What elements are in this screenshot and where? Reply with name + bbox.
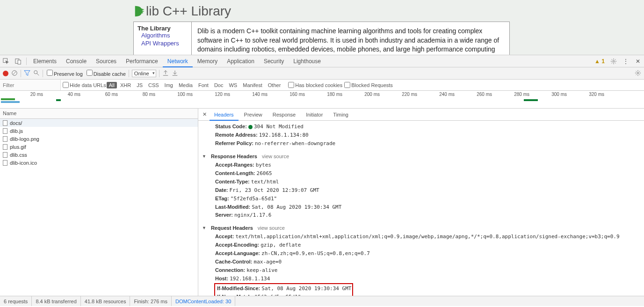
sidebar-header: The Library (137, 25, 188, 32)
details-tab-initiator[interactable]: Initiator (301, 109, 327, 121)
value: 26065 (257, 170, 272, 176)
close-details-icon[interactable]: ✕ (200, 111, 209, 117)
value: zh-CN,zh;q=0.9,en-US;q=0.8,en;q=0.7 (261, 250, 370, 256)
file-icon (3, 128, 7, 134)
settings-icon[interactable] (608, 56, 620, 67)
value: gzip, deflate (260, 242, 301, 248)
value: 304 Not Modified (254, 124, 304, 130)
label: Content-Length: (215, 170, 255, 176)
throttling-select[interactable]: Online (132, 70, 156, 77)
separator (26, 58, 27, 65)
section-title: Request Headers (211, 225, 253, 231)
filter-chip-all[interactable]: All (107, 82, 117, 88)
tab-security[interactable]: Security (259, 55, 289, 67)
filter-icon[interactable] (24, 70, 30, 77)
tab-sources[interactable]: Sources (91, 55, 121, 67)
filter-chip-img[interactable]: Img (162, 82, 175, 88)
separator (21, 70, 21, 77)
tab-memory[interactable]: Memory (193, 55, 222, 67)
tab-application[interactable]: Application (222, 55, 259, 67)
clear-icon[interactable] (11, 70, 18, 77)
label: Accept-Language: (215, 250, 260, 256)
request-row[interactable]: dlib-icon.ico (0, 159, 198, 167)
value: text/html,application/xhtml+xml,applicat… (235, 234, 619, 240)
label: Cache-Control: (215, 259, 252, 264)
tab-lighthouse[interactable]: Lighthouse (289, 55, 326, 67)
general-section: Status Code: 304 Not Modified Remote Add… (198, 121, 644, 150)
filter-chip-font[interactable]: Font (196, 82, 211, 88)
disable-cache-checkbox[interactable]: Disable cache (86, 70, 126, 77)
status-finish: Finish: 276 ms (130, 296, 172, 307)
filter-chip-doc[interactable]: Doc (212, 82, 226, 88)
filter-input[interactable] (0, 80, 61, 90)
search-icon[interactable] (33, 70, 40, 77)
label: Last-Modified: (215, 204, 250, 210)
network-timeline[interactable]: 20 ms 40 ms 60 ms 80 ms 100 ms 120 ms 14… (0, 91, 644, 109)
tab-network[interactable]: Network (163, 55, 193, 67)
details-tabbar: ✕ Headers Preview Response Initiator Tim… (198, 109, 644, 121)
network-filterbar: Hide data URLs All XHR JS CSS Img Media … (0, 80, 644, 91)
value: Fri, 23 Oct 2020 12:39:07 GMT (230, 187, 319, 193)
value: nginx/1.17.6 (234, 212, 271, 218)
request-list: Name docs/ dlib.js dlib-logo.png plus.gi… (0, 109, 198, 296)
request-row[interactable]: dlib.css (0, 151, 198, 159)
request-row[interactable]: plus.gif (0, 143, 198, 151)
inspect-icon[interactable] (0, 56, 12, 67)
tab-performance[interactable]: Performance (121, 55, 163, 67)
filter-chip-css[interactable]: CSS (146, 82, 161, 88)
details-tab-response[interactable]: Response (268, 109, 301, 121)
filter-chip-js[interactable]: JS (134, 82, 145, 88)
tab-console[interactable]: Console (61, 55, 91, 67)
filter-chip-ws[interactable]: WS (226, 82, 239, 88)
file-icon (3, 144, 7, 150)
details-tab-timing[interactable]: Timing (328, 109, 353, 121)
blocked-cookies-checkbox[interactable]: Has blocked cookies (288, 82, 342, 88)
tab-elements[interactable]: Elements (29, 55, 61, 67)
file-icon (3, 120, 7, 126)
label: Content-Type: (215, 179, 250, 184)
svg-rect-2 (18, 60, 21, 64)
collapse-icon[interactable]: ▼ (202, 226, 206, 230)
label: Remote Address: (215, 132, 258, 138)
blocked-requests-checkbox[interactable]: Blocked Requests (344, 82, 393, 88)
column-header-name[interactable]: Name (0, 109, 198, 119)
device-toggle-icon[interactable] (12, 56, 24, 67)
settings-gear-icon[interactable] (635, 70, 641, 77)
timeline-tick: 240 ms (417, 92, 455, 97)
upload-icon[interactable] (162, 70, 169, 77)
separator (129, 70, 129, 77)
warning-badge[interactable]: ▲ 1 (594, 58, 605, 65)
more-icon[interactable]: ⋮ (620, 56, 632, 67)
view-source-link[interactable]: view source (258, 225, 285, 231)
label: If-None-Match: (217, 294, 253, 296)
value: 192.168.1.134:80 (259, 132, 309, 138)
sidebar-link[interactable]: API Wrappers (141, 40, 188, 48)
request-row[interactable]: docs/ (0, 119, 198, 127)
hide-data-urls-checkbox[interactable]: Hide data URLs (63, 82, 106, 88)
close-icon[interactable]: ✕ (632, 56, 644, 67)
request-row[interactable]: dlib.js (0, 127, 198, 135)
details-tab-headers[interactable]: Headers (210, 109, 239, 121)
details-tab-preview[interactable]: Preview (239, 109, 267, 121)
filter-chip-other[interactable]: Other (266, 82, 283, 88)
request-details: ✕ Headers Preview Response Initiator Tim… (198, 109, 644, 296)
filter-chip-media[interactable]: Media (176, 82, 195, 88)
separator (159, 70, 159, 77)
label: Host: (215, 276, 228, 281)
dlib-logo-icon (133, 4, 147, 18)
filter-chip-manifest[interactable]: Manifest (240, 82, 265, 88)
label: Accept: (215, 234, 234, 239)
label: Status Code: (215, 124, 247, 129)
collapse-icon[interactable]: ▼ (202, 154, 206, 159)
preserve-log-checkbox[interactable]: Preserve log (46, 70, 83, 77)
timeline-bar (1, 101, 20, 103)
request-row[interactable]: dlib-logo.png (0, 135, 198, 143)
record-button[interactable] (3, 71, 8, 76)
filter-chip-xhr[interactable]: XHR (118, 82, 133, 88)
sidebar-link[interactable]: Algorithms (141, 32, 188, 40)
download-icon[interactable] (172, 70, 178, 77)
network-toolbar: Preserve log Disable cache Online (0, 67, 644, 80)
request-headers-section: ▼Request Headersview source Accept: text… (198, 221, 644, 296)
view-source-link[interactable]: view source (262, 154, 289, 159)
response-headers-section: ▼Response Headersview source Accept-Rang… (198, 150, 644, 222)
